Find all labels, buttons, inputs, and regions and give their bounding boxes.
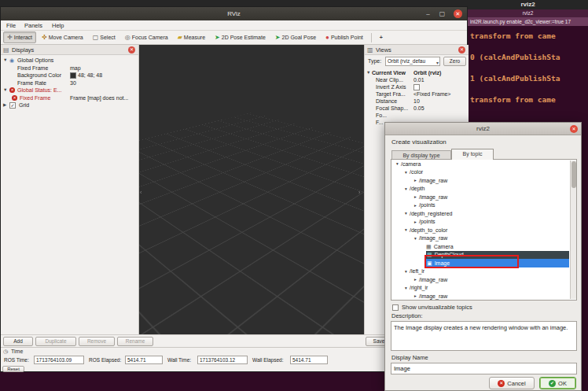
select-tool[interactable]: ▢ Select xyxy=(89,31,119,43)
displays-row-global-status[interactable]: ▼ ✕ Global Status: E... xyxy=(1,87,139,94)
tree-row[interactable]: ▾/image_raw xyxy=(391,234,569,243)
focus-camera-tool[interactable]: ◎ Focus Camera xyxy=(121,31,172,43)
row-value[interactable]: 0.01 xyxy=(413,76,424,83)
expand-arrow-icon[interactable]: ▾ xyxy=(402,269,410,274)
splitter-left-handle[interactable]: ‹ xyxy=(140,190,141,195)
views-row-extra1[interactable]: Fo... xyxy=(365,112,469,119)
expand-arrow-icon[interactable]: ▾ xyxy=(394,161,401,166)
description-label: Description: xyxy=(391,312,423,319)
displays-row-fixed-frame[interactable]: Fixed Frame map xyxy=(1,65,139,72)
tree-row[interactable]: ▸/points xyxy=(391,218,569,227)
menu-panels[interactable]: Panels xyxy=(22,21,45,30)
tree-row[interactable]: ▾/color xyxy=(391,168,569,177)
expand-arrow-icon[interactable]: ▾ xyxy=(412,236,419,241)
tree-row[interactable]: ▾/depth_registered xyxy=(391,209,569,218)
ok-button[interactable]: ✔ OK xyxy=(539,377,576,389)
ros-elapsed-field[interactable]: 5414.71 xyxy=(125,356,163,364)
tree-row[interactable]: ▾/depth_to_color xyxy=(391,226,569,234)
remove-display-button[interactable]: Remove xyxy=(79,337,115,346)
wall-elapsed-field[interactable]: 5414.71 xyxy=(290,356,328,364)
reset-button[interactable]: Reset xyxy=(2,366,24,372)
expand-arrow-icon[interactable]: ▸ xyxy=(412,293,419,298)
maximize-button[interactable]: ▢ xyxy=(438,9,447,18)
expand-arrow-icon[interactable]: ▸ xyxy=(412,203,419,208)
display-name-input[interactable]: Image xyxy=(391,363,577,374)
viewport-3d[interactable] xyxy=(139,45,364,334)
expand-arrow-icon[interactable]: ▼ xyxy=(3,87,7,94)
minimize-button[interactable]: – xyxy=(424,9,432,18)
row-value[interactable]: 0.05 xyxy=(413,105,424,112)
row-value[interactable]: 48; 48; 48 xyxy=(78,72,102,79)
tree-row-camera[interactable]: ▦ Camera xyxy=(391,242,569,251)
expand-arrow-icon[interactable]: ▼ xyxy=(3,57,7,65)
terminal-tab[interactable]: rviz2 xyxy=(468,9,588,17)
menu-file[interactable]: File xyxy=(4,21,18,30)
expand-arrow-icon[interactable]: ▾ xyxy=(402,227,410,232)
dialog-close-icon[interactable]: ✕ xyxy=(570,125,578,133)
menu-help[interactable]: Help xyxy=(50,21,66,30)
displays-row-grid[interactable]: ▶ ✓ Grid xyxy=(1,101,139,109)
row-value[interactable]: <Fixed Frame> xyxy=(413,90,450,98)
add-tool-button[interactable]: + xyxy=(376,31,387,43)
expand-arrow-icon[interactable]: ▸ xyxy=(412,178,419,183)
views-row-focal-shape[interactable]: Focal Shap... 0.05 xyxy=(365,105,469,112)
rename-display-button[interactable]: Rename xyxy=(117,337,153,346)
wall-time-field[interactable]: 1713764103.12 xyxy=(197,356,248,364)
measure-tool[interactable]: ▰ Measure xyxy=(174,31,209,43)
expand-arrow-icon[interactable]: ▸ xyxy=(412,219,419,224)
ros-time-field[interactable]: 1713764103.09 xyxy=(34,356,84,364)
row-value[interactable]: 10 xyxy=(413,98,420,105)
duplicate-display-button[interactable]: Duplicate xyxy=(35,337,76,346)
close-button[interactable]: ✕ xyxy=(454,9,462,18)
expand-arrow-icon[interactable]: ▼ xyxy=(366,69,370,76)
tree-row[interactable]: ▾/depth xyxy=(391,185,569,194)
move-camera-tool[interactable]: ✜ Move Camera xyxy=(38,31,87,43)
row-value[interactable]: map xyxy=(70,65,81,72)
show-unvisualizable-checkbox[interactable] xyxy=(392,304,399,311)
expand-arrow-icon[interactable]: ▾ xyxy=(402,211,410,216)
tab-by-topic[interactable]: By topic xyxy=(451,149,494,160)
interact-tool[interactable]: ✛ Interact xyxy=(3,31,36,43)
expand-arrow-icon[interactable]: ▾ xyxy=(402,186,410,191)
expand-arrow-icon[interactable]: ▾ xyxy=(402,286,410,290)
cancel-button[interactable]: ✕ Cancel xyxy=(489,377,535,389)
tree-row[interactable]: ▸/image_raw xyxy=(391,275,569,284)
views-row-distance[interactable]: Distance 10 xyxy=(365,98,469,105)
views-row-target-frame[interactable]: Target Fra... <Fixed Frame> xyxy=(365,90,469,98)
dialog-titlebar[interactable]: rviz2 ✕ xyxy=(385,123,581,135)
splitter-right-handle[interactable]: › xyxy=(358,190,360,195)
pose-estimate-tool[interactable]: ➤ 2D Pose Estimate xyxy=(211,31,270,43)
row-value[interactable]: 30 xyxy=(70,79,76,87)
invert-z-checkbox[interactable] xyxy=(413,84,420,90)
publish-point-tool[interactable]: ● Publish Point xyxy=(322,31,367,43)
displays-close-icon[interactable]: ✕ xyxy=(128,46,135,53)
displays-row-global-options[interactable]: ▼ ◉ Global Options xyxy=(1,57,139,65)
expand-arrow-icon[interactable]: ▸ xyxy=(412,194,419,199)
expand-arrow-icon[interactable]: ▾ xyxy=(402,170,410,175)
view-type-dropdown[interactable]: Orbit (rviz_defau ▾ xyxy=(385,57,440,66)
tree-row[interactable]: ▾/camera xyxy=(391,160,569,168)
tree-row[interactable]: ▸/points xyxy=(391,201,569,210)
goal-pose-tool[interactable]: ➤ 2D Goal Pose xyxy=(271,31,320,43)
row-label: Invert Z Axis xyxy=(376,83,406,90)
rviz-titlebar[interactable]: RViz – ▢ ✕ xyxy=(1,7,467,20)
views-row-current-view[interactable]: ▼ Current View Orbit (rviz) xyxy=(365,69,469,76)
grid-checkbox[interactable]: ✓ xyxy=(9,102,16,109)
views-close-icon[interactable]: ✕ xyxy=(458,46,465,53)
tree-row[interactable]: ▸/image_raw xyxy=(391,193,569,201)
tree-row[interactable]: ▸/image_raw xyxy=(391,176,569,185)
tree-row[interactable]: ▾/left_ir xyxy=(391,267,569,276)
displays-row-frame-rate[interactable]: Frame Rate 30 xyxy=(1,79,139,87)
tree-scrollbar[interactable] xyxy=(570,160,577,299)
tree-row[interactable]: ▸/image_raw xyxy=(391,292,569,301)
add-display-button[interactable]: Add xyxy=(3,337,33,346)
displays-row-status-fixed-frame[interactable]: ✕ Fixed Frame Frame [map] does not... xyxy=(1,94,139,102)
tree-row[interactable]: ▾/right_ir xyxy=(391,284,569,293)
views-row-invert-z[interactable]: Invert Z Axis xyxy=(365,83,469,90)
zero-button[interactable]: Zero xyxy=(443,57,466,66)
scrollbar-thumb[interactable] xyxy=(571,161,576,188)
views-row-near-clip[interactable]: Near Clip... 0.01 xyxy=(365,76,469,83)
expand-arrow-icon[interactable]: ▶ xyxy=(3,101,6,109)
expand-arrow-icon[interactable]: ▸ xyxy=(412,277,419,282)
displays-row-background-color[interactable]: Background Color 48; 48; 48 xyxy=(1,72,139,79)
